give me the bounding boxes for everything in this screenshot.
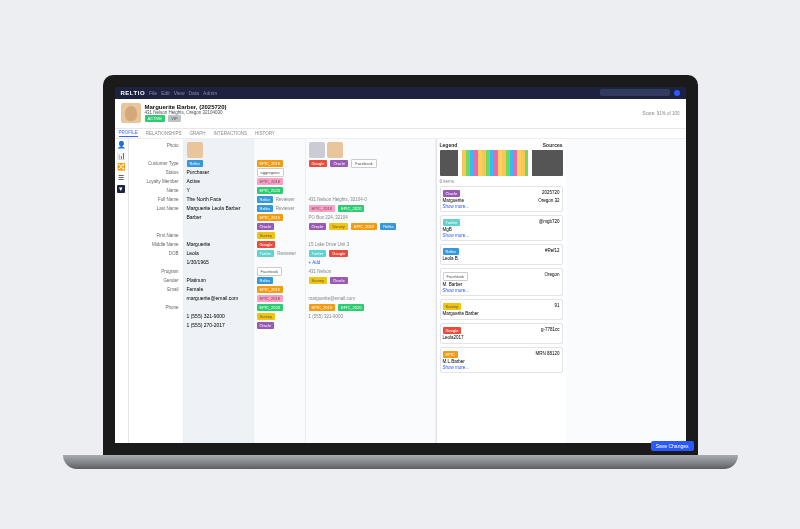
xw-c6[interactable]: Reltio (380, 223, 396, 230)
chip-r4[interactable]: Reltio (257, 277, 273, 284)
show-more-6[interactable]: Show more... (443, 365, 560, 370)
source-card-1[interactable]: Twitter@mgb720 MgB Show more... (440, 215, 563, 241)
source-card-4[interactable]: Survey91 Marguerite Barber (440, 299, 563, 320)
show-more-0[interactable]: Show more... (443, 204, 560, 209)
show-more-1[interactable]: Show more... (443, 233, 560, 238)
val-loyalty: Y (187, 186, 250, 195)
xw-email: marguerite@email.com (309, 294, 432, 303)
add-address-link[interactable]: + Add (309, 258, 432, 267)
xw-s3[interactable]: Survey (309, 277, 327, 284)
val-firstname: Marguerite (187, 240, 250, 249)
nav-admin[interactable]: Admin (203, 90, 217, 96)
chip-b1[interactable]: EPIC_2019 (257, 214, 283, 221)
chip-goog[interactable]: Google (257, 241, 276, 248)
chip-e5[interactable]: EPIC_2019 (257, 286, 283, 293)
chip-oracle[interactable]: Oracle (257, 223, 275, 230)
chip-epic19[interactable]: EPIC_2019 (257, 160, 283, 167)
status-chip: ACTIVE (145, 115, 165, 122)
tab-profile[interactable]: PROFILE (119, 130, 138, 137)
xw-photo-2[interactable] (327, 142, 343, 158)
chip-epic20[interactable]: EPIC_2020 (257, 187, 283, 194)
user-avatar-icon[interactable] (674, 90, 680, 96)
panel-toggle[interactable]: Sources (543, 142, 563, 148)
chip-fb[interactable]: Facebook (257, 267, 283, 276)
chip-e6[interactable]: EPIC_2018 (257, 295, 283, 302)
nav-file[interactable]: File (149, 90, 157, 96)
val-phone: 1 (555) 321-9000 (187, 312, 250, 321)
chip-e7[interactable]: EPIC_2020 (257, 304, 283, 311)
filter-icon[interactable]: ▾ (117, 185, 125, 193)
source-card-2[interactable]: Reltio#Ref12 Leola B. (440, 244, 563, 265)
tab-history[interactable]: HISTORY (255, 131, 275, 136)
xw-g2[interactable]: Google (329, 250, 348, 257)
val-phone2: 1 (555) 270-2017 (187, 321, 250, 330)
top-navbar: RELTIO File Edit View Data Admin (115, 87, 686, 99)
chart-icon[interactable]: 📊 (117, 152, 125, 160)
profile-tabs: PROFILE RELATIONSHIPS GRAPH INTERACTIONS… (115, 129, 686, 139)
chip-epic18[interactable]: EPIC_2018 (257, 178, 283, 185)
chip-tw[interactable]: Twitter (257, 250, 275, 257)
nav-view[interactable]: View (174, 90, 185, 96)
val-name: The North Face (187, 195, 250, 204)
gr-photo[interactable] (187, 142, 203, 158)
xw-c2[interactable]: EPIC_2020 (338, 205, 364, 212)
source-column-a: EPIC_2019 aggregator EPIC_2018 EPIC_2020… (254, 139, 306, 443)
tab-relationships[interactable]: RELATIONSHIPS (146, 131, 182, 136)
val-lastname: Barber (187, 213, 250, 222)
match-score: Score: 91% of 100 (642, 111, 679, 116)
panel-count: 6 items (440, 179, 563, 184)
show-more-3[interactable]: Show more... (443, 288, 560, 293)
addr-row-1: PO Box 224, 32104 (309, 213, 432, 222)
sankey-chart[interactable] (440, 150, 563, 176)
crosswalk-column: GoogleOracleFacebook 431 Nelson Heights,… (306, 139, 436, 443)
save-button[interactable]: Save Changes (651, 441, 686, 443)
chip-reltio2[interactable]: Reltio (257, 196, 273, 203)
xw-phone: 1 (555) 321-9000 (309, 312, 432, 321)
branch-icon[interactable]: 🔀 (117, 163, 125, 171)
xw-ora[interactable]: Oracle (330, 160, 348, 167)
nav-data[interactable]: Data (189, 90, 200, 96)
val-program: Platinum (187, 276, 250, 285)
panel-title: Legend (440, 142, 458, 148)
tab-graph[interactable]: GRAPH (189, 131, 205, 136)
xw-e10[interactable]: EPIC_2020 (338, 304, 364, 311)
xw-tw2[interactable]: Twitter (309, 250, 327, 257)
source-card-0[interactable]: Oracle2025720 MargueriteOregon 32 Show m… (440, 186, 563, 212)
profile-photo[interactable] (121, 103, 141, 123)
sources-panel: Legend Sources 6 items Oracle2025720 Mar… (436, 139, 566, 443)
xw-c4[interactable]: Survey (329, 223, 347, 230)
chip-reltio3[interactable]: Reltio (257, 205, 273, 212)
source-card-5[interactable]: Googleg-7781cc Leola2017 (440, 323, 563, 344)
source-card-6[interactable]: EPICMRN 88120 M.L.Barber Show more... (440, 347, 563, 373)
val-dob: 1/30/1965 (187, 258, 250, 267)
chip-o2[interactable]: Oracle (257, 322, 275, 329)
attr-labels-column: Photo Customer Type Status Loyalty Membe… (129, 139, 184, 443)
xw-c5[interactable]: EPIC_2019 (351, 223, 377, 230)
chip-s2[interactable]: Survey (257, 313, 275, 320)
left-rail: 👤 📊 🔀 ☰ ▾ (115, 139, 129, 443)
xw-photo-1[interactable] (309, 142, 325, 158)
val-fullname: Marguerite Leola Barber (187, 204, 250, 213)
xw-o3[interactable]: Oracle (330, 277, 348, 284)
addr-row-3: 431 Nelson (309, 267, 432, 276)
val-middle: Leola (187, 249, 250, 258)
nav-edit[interactable]: Edit (161, 90, 170, 96)
vip-chip: VIP (168, 115, 180, 122)
chip-agg[interactable]: aggregator (257, 168, 284, 177)
golden-record-column: Reltio Purchaser Active Y The North Face… (184, 139, 254, 443)
source-card-3[interactable]: FacebookOregon M. Barber Show more... (440, 268, 563, 296)
xw-fb[interactable]: Facebook (351, 159, 377, 168)
xw-e9[interactable]: EPIC_2019 (309, 304, 335, 311)
chip-surv[interactable]: Survey (257, 232, 275, 239)
addr-row-2: 15 Lake Drive Unit 3 (309, 240, 432, 249)
xw-c1[interactable]: EPIC_2018 (309, 205, 335, 212)
val-custtype: Purchaser (187, 168, 250, 177)
brand-logo: RELTIO (121, 90, 146, 96)
src-reltio-chip[interactable]: Reltio (187, 160, 203, 167)
list-icon[interactable]: ☰ (117, 174, 125, 182)
person-icon[interactable]: 👤 (117, 141, 125, 149)
xw-goog[interactable]: Google (309, 160, 328, 167)
xw-c3[interactable]: Oracle (309, 223, 327, 230)
tab-interactions[interactable]: INTERACTIONS (213, 131, 247, 136)
search-input[interactable] (600, 89, 670, 96)
